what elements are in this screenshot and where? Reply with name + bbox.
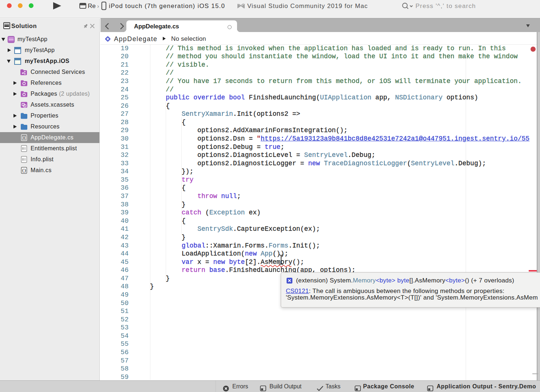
svg-text:{}: {}: [22, 169, 26, 173]
svg-text:{}: {}: [22, 136, 26, 140]
